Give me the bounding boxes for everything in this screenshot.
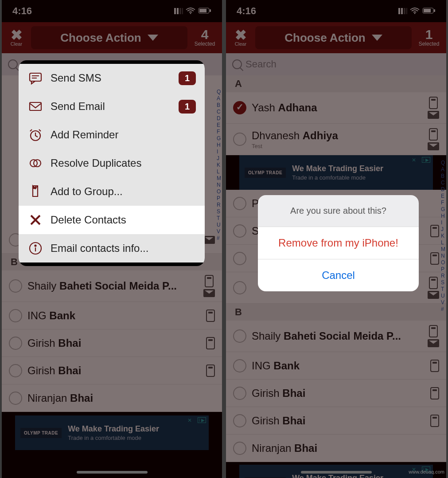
popover-item-add-reminder[interactable]: Add Reminder: [19, 121, 205, 149]
group-icon: [27, 184, 43, 200]
popover-item-email-contacts-info-[interactable]: Email contacts info...: [19, 234, 205, 263]
x-icon: [27, 212, 43, 228]
svg-rect-7: [30, 102, 41, 110]
popover-item-label: Delete Contacts: [51, 214, 196, 226]
clock-icon: [27, 127, 43, 143]
home-indicator[interactable]: [301, 471, 372, 474]
home-indicator[interactable]: [77, 471, 148, 474]
popover-item-send-sms[interactable]: Send SMS1: [19, 64, 205, 92]
svg-point-12: [35, 245, 36, 247]
phone-left: 4:16 ✖ Clear Choose Action 4 Selected Se…: [2, 0, 222, 478]
popover-item-send-email[interactable]: Send Email1: [19, 92, 205, 121]
duplicates-icon: [27, 155, 43, 171]
popover-item-label: Add to Group...: [51, 185, 196, 198]
email-icon: [27, 98, 43, 114]
popover-item-add-to-group-[interactable]: Add to Group...: [19, 177, 205, 206]
remove-from-iphone-button[interactable]: Remove from my iPhone!: [258, 227, 419, 259]
action-popover: Send SMS1Send Email1Add ReminderResolve …: [19, 60, 205, 266]
cancel-button[interactable]: Cancel: [258, 259, 419, 291]
popover-item-label: Email contacts info...: [51, 242, 196, 255]
popover-item-label: Send Email: [51, 100, 171, 113]
count-badge: 1: [179, 100, 196, 114]
popover-item-resolve-duplicates[interactable]: Resolve Duplicates: [19, 149, 205, 177]
popover-item-delete-contacts[interactable]: Delete Contacts: [19, 206, 205, 234]
popover-item-label: Send SMS: [51, 72, 171, 84]
phone-right: 4:16 ✖ Clear Choose Action 1 Selected Se…: [226, 0, 446, 478]
popover-item-label: Add Reminder: [51, 129, 196, 141]
sheet-title: Are you sure about this?: [258, 195, 419, 227]
popover-item-label: Resolve Duplicates: [51, 157, 196, 169]
sms-icon: [27, 70, 43, 86]
svg-rect-4: [30, 73, 41, 81]
info-icon: [27, 240, 43, 256]
count-badge: 1: [179, 71, 196, 85]
confirm-actionsheet: Are you sure about this? Remove from my …: [258, 195, 419, 291]
watermark: www.deuaq.com: [409, 469, 444, 474]
